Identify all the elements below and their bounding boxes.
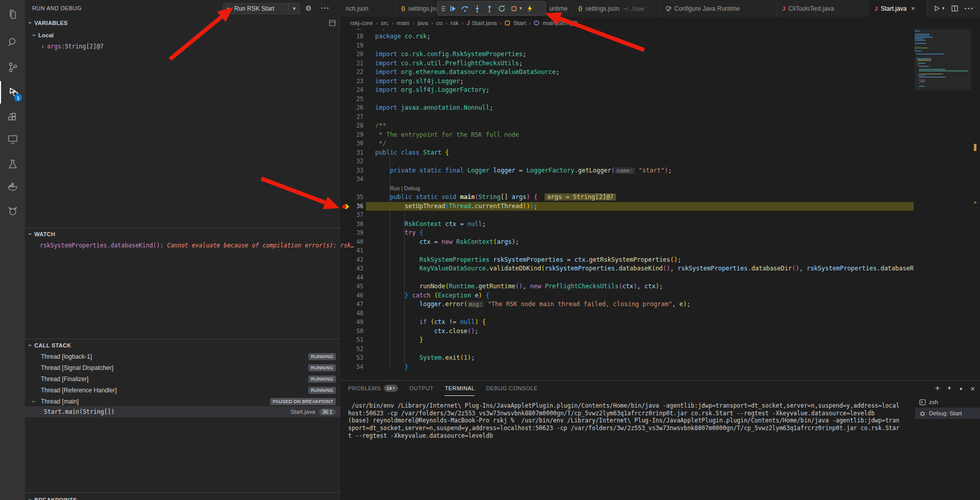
watch-section-header[interactable]: › WATCH [25, 229, 340, 240]
tab-clitoolstest-java[interactable]: JCliToolsTest.java [777, 0, 869, 17]
line-number-gutter[interactable]: 34 [340, 175, 363, 184]
breakpoints-section-header[interactable]: › BREAKPOINTS [25, 494, 340, 500]
hot-code-replace-button[interactable] [524, 3, 536, 15]
line-number-gutter[interactable]: 30 [340, 139, 363, 148]
tab-output[interactable]: OUTPUT [409, 381, 434, 396]
code-line-35[interactable]: 35 public static void main(String[] args… [340, 193, 980, 202]
extensions-icon[interactable] [0, 106, 25, 129]
code-line-20[interactable]: 20import co.rsk.config.RskSystemProperti… [340, 50, 980, 59]
search-icon[interactable] [0, 31, 25, 54]
thread-row[interactable]: Thread [Finalizer]RUNNING [25, 373, 340, 385]
terminal-item-debug-start[interactable]: Debug: Start [915, 408, 980, 419]
code-line-38[interactable]: 38 RskContext ctx = null; [340, 220, 980, 229]
tab-start-java[interactable]: JStart.java× [869, 0, 927, 17]
code-line-37[interactable]: 37 [340, 211, 980, 220]
code-line-18[interactable]: 18package co.rsk; [340, 32, 980, 41]
code-line-27[interactable]: 27 [340, 113, 980, 122]
line-number-gutter[interactable]: 37 [340, 211, 363, 220]
codelens-row[interactable]: Run | Debug [340, 184, 980, 193]
line-number-gutter[interactable]: 25 [340, 95, 363, 104]
testing-icon[interactable] [0, 153, 25, 176]
code-line-32[interactable]: 32 [340, 157, 980, 166]
watch-expression-row[interactable]: rskSystemProperties.databaseKind(): Cann… [25, 240, 340, 251]
code-line-33[interactable]: 33 private static final Logger logger = … [340, 166, 980, 176]
line-number-gutter[interactable]: 26 [340, 104, 363, 113]
restart-button[interactable] [496, 3, 508, 15]
line-number-gutter[interactable]: 54 [340, 363, 363, 372]
maximize-panel-icon[interactable]: ▲ [959, 386, 963, 391]
breakpoint-paused-icon[interactable] [341, 203, 351, 210]
code-line-45[interactable]: 45 runNode(Runtime.getRuntime(), new Pre… [340, 282, 980, 291]
tab-terminal[interactable]: TERMINAL [445, 381, 475, 396]
code-line-51[interactable]: 51 } [340, 336, 980, 345]
run-config-chevron-icon[interactable]: ▼ [288, 4, 300, 14]
code-line-49[interactable]: 49 if (ctx != null) { [340, 318, 980, 327]
code-line-47[interactable]: 47 logger.error(msg: "The RSK node main … [340, 300, 980, 309]
code-line-52[interactable]: 52 [340, 345, 980, 354]
code-line-46[interactable]: 46 } catch (Exception e) { [340, 291, 980, 301]
line-number-gutter[interactable]: 44 [340, 273, 363, 283]
line-number-gutter[interactable]: 52 [340, 345, 363, 354]
terminal-output[interactable]: /usr/bin/env /Library/Internet\ Plug-Ins… [348, 402, 909, 440]
line-number-gutter[interactable]: 33 [340, 166, 363, 176]
code-line-39[interactable]: 39 try { [340, 229, 980, 238]
breadcrumb-method-symbol[interactable]: main(String[]) [534, 20, 578, 26]
debug-settings-gear-icon[interactable]: ⚙ [305, 4, 312, 12]
code-line-26[interactable]: 26import javax.annotation.Nonnull; [340, 104, 980, 113]
split-editor-icon[interactable] [951, 5, 958, 12]
line-number-gutter[interactable]: 23 [340, 77, 363, 86]
code-line-24[interactable]: 24import org.slf4j.LoggerFactory; [340, 86, 980, 95]
call-stack-section-header[interactable]: › CALL STACK [25, 340, 340, 351]
line-number-gutter[interactable]: 48 [340, 309, 363, 318]
line-number-gutter[interactable]: 18 [340, 32, 363, 41]
breadcrumb-file[interactable]: JStart.java [467, 20, 497, 26]
new-terminal-icon[interactable]: + [935, 384, 940, 393]
step-out-button[interactable] [483, 3, 496, 15]
terminal-profile-chevron-icon[interactable]: ▼ [947, 386, 951, 391]
code-line-44[interactable]: 44 [340, 273, 980, 283]
code-line-43[interactable]: 43 KeyValueDataSource.validateDbKind(rsk… [340, 264, 980, 273]
breadcrumb-item[interactable]: java [418, 20, 428, 26]
stack-frame-row[interactable]: Start.main(String[]) Start.java 36:1 [25, 406, 340, 417]
misc-extension-icon[interactable] [0, 200, 25, 222]
thread-row[interactable]: Thread [logback-1]RUNNING [25, 351, 340, 362]
code-line-29[interactable]: 29 * The entrypoint for the RSK full nod… [340, 131, 980, 140]
tab-settings-json-user[interactable]: {}settings.json~/.../User [573, 0, 660, 17]
line-number-gutter[interactable]: 22 [340, 68, 363, 77]
debug-more-actions-icon[interactable]: ··· [321, 4, 330, 12]
line-number-gutter[interactable]: 38 [340, 220, 363, 229]
continue-button[interactable] [447, 3, 459, 15]
line-number-gutter[interactable]: 20 [340, 50, 363, 59]
tab-problems[interactable]: PROBLEMS1K+ [348, 381, 398, 396]
code-line-40[interactable]: 40 ctx = new RskContext(args); [340, 238, 980, 247]
line-number-gutter[interactable]: 32 [340, 157, 363, 166]
breadcrumb-item[interactable]: rskj-core [350, 20, 373, 26]
breadcrumb-item[interactable]: rsk [451, 20, 458, 26]
line-number-gutter[interactable]: 45 [340, 282, 363, 291]
line-number-gutter[interactable]: 42 [340, 256, 363, 265]
line-number-gutter[interactable]: 39 [340, 229, 363, 238]
close-icon[interactable]: × [911, 5, 915, 12]
code-line-19[interactable]: 19 [340, 41, 980, 51]
code-line-21[interactable]: 21import co.rsk.util.PreflightChecksUtil… [340, 59, 980, 68]
variables-scope-local[interactable]: › Local [25, 30, 340, 41]
stop-chevron-icon[interactable]: ▼ [519, 6, 523, 11]
toolbar-drag-handle[interactable] [440, 6, 446, 11]
explorer-icon[interactable] [0, 3, 25, 26]
step-into-button[interactable] [471, 3, 483, 15]
line-number-gutter[interactable]: 27 [340, 113, 363, 122]
line-number-gutter[interactable]: 50 [340, 327, 363, 336]
thread-row[interactable]: Thread [Reference Handler]RUNNING [25, 385, 340, 396]
variable-row-args[interactable]: › args: String[2]@7 [25, 41, 340, 52]
line-number-gutter[interactable]: 43 [340, 264, 363, 273]
code-line-34[interactable]: 34 [340, 175, 980, 184]
code-editor[interactable]: 17 */18package co.rsk;1920import co.rsk.… [340, 29, 980, 380]
breadcrumb-class-symbol[interactable]: Start [505, 20, 526, 26]
line-number-gutter[interactable]: 53 [340, 354, 363, 363]
code-line-48[interactable]: 48 [340, 309, 980, 318]
line-number-gutter[interactable]: 29 [340, 131, 363, 140]
line-number-gutter[interactable]: 31 [340, 148, 363, 158]
tab-launch-json[interactable]: nch.json [340, 0, 396, 17]
line-number-gutter[interactable]: 49 [340, 318, 363, 327]
line-number-gutter[interactable]: 47 [340, 300, 363, 309]
